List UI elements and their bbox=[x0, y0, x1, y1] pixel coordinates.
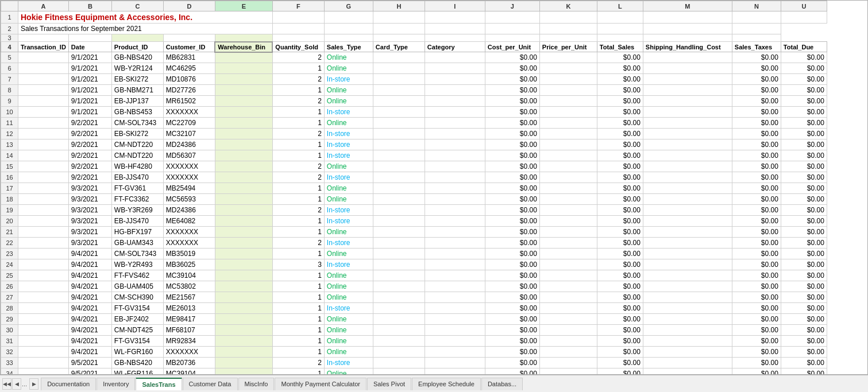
cell-total-due[interactable]: $0.00 bbox=[781, 281, 827, 292]
cell-price-per-unit[interactable] bbox=[539, 227, 597, 238]
cell-customer-id[interactable]: XXXXXXX bbox=[163, 227, 215, 238]
tab-nav-next[interactable]: ▶ bbox=[29, 378, 38, 390]
cell-price-per-unit[interactable] bbox=[539, 238, 597, 249]
cell-cost-per-unit[interactable]: $0.00 bbox=[485, 270, 539, 281]
cell-customer-id[interactable]: MB62831 bbox=[163, 52, 215, 63]
cell-sales-taxes[interactable]: $0.00 bbox=[732, 325, 781, 336]
cell-date[interactable]: 9/5/2021 bbox=[68, 368, 111, 375]
cell-total-sales[interactable]: $0.00 bbox=[597, 314, 643, 325]
cell-product-id[interactable]: EB-JJP137 bbox=[111, 96, 163, 107]
cell-sales-type[interactable]: Online bbox=[324, 85, 373, 96]
cell-sales-taxes[interactable]: $0.00 bbox=[732, 292, 781, 303]
table-row[interactable]: 269/4/2021GB-UAM405MC538021Online$0.00$0… bbox=[1, 281, 827, 292]
cell-date[interactable]: 9/4/2021 bbox=[68, 325, 111, 336]
cell-price-per-unit[interactable] bbox=[539, 129, 597, 139]
cell-transaction-id[interactable] bbox=[18, 129, 69, 139]
cell-customer-id[interactable]: MD56307 bbox=[163, 150, 215, 161]
cell-transaction-id[interactable] bbox=[18, 281, 69, 292]
cell-total-due[interactable]: $0.00 bbox=[781, 249, 827, 259]
cell-date[interactable]: 9/4/2021 bbox=[68, 259, 111, 270]
cell-price-per-unit[interactable] bbox=[539, 368, 597, 375]
cell-category[interactable] bbox=[425, 227, 485, 238]
cell-quantity-sold[interactable]: 1 bbox=[272, 314, 324, 325]
cell-sales-type[interactable]: Online bbox=[324, 227, 373, 238]
cell-date[interactable]: 9/3/2021 bbox=[68, 216, 111, 227]
cell-shipping[interactable] bbox=[643, 281, 732, 292]
cell-sales-taxes[interactable]: $0.00 bbox=[732, 368, 781, 375]
cell-warehouse-bin[interactable] bbox=[215, 139, 272, 150]
cell-price-per-unit[interactable] bbox=[539, 205, 597, 216]
cell-card-type[interactable] bbox=[373, 205, 425, 216]
cell-price-per-unit[interactable] bbox=[539, 52, 597, 63]
table-row[interactable]: 99/1/2021EB-JJP137MR615022Online$0.00$0.… bbox=[1, 96, 827, 107]
cell-sales-type[interactable]: Online bbox=[324, 118, 373, 129]
col-header-i[interactable]: I bbox=[425, 1, 485, 11]
cell-sales-taxes[interactable]: $0.00 bbox=[732, 74, 781, 85]
cell-total-sales[interactable]: $0.00 bbox=[597, 96, 643, 107]
cell-transaction-id[interactable] bbox=[18, 292, 69, 303]
cell-total-sales[interactable]: $0.00 bbox=[597, 216, 643, 227]
cell-price-per-unit[interactable] bbox=[539, 183, 597, 194]
cell-warehouse-bin[interactable] bbox=[215, 303, 272, 314]
cell-quantity-sold[interactable]: 1 bbox=[272, 63, 324, 74]
cell-total-sales[interactable]: $0.00 bbox=[597, 63, 643, 74]
cell-transaction-id[interactable] bbox=[18, 161, 69, 172]
cell-product-id[interactable]: HG-BFX197 bbox=[111, 227, 163, 238]
cell-sales-taxes[interactable]: $0.00 bbox=[732, 150, 781, 161]
cell-shipping[interactable] bbox=[643, 52, 732, 63]
col-header-h[interactable]: H bbox=[373, 1, 425, 11]
cell-sales-taxes[interactable]: $0.00 bbox=[732, 249, 781, 259]
table-row[interactable]: 199/3/2021WB-Y3R269MD243862In-store$0.00… bbox=[1, 205, 827, 216]
cell-total-due[interactable]: $0.00 bbox=[781, 172, 827, 183]
cell-total-due[interactable]: $0.00 bbox=[781, 216, 827, 227]
cell-card-type[interactable] bbox=[373, 172, 425, 183]
cell-sales-taxes[interactable]: $0.00 bbox=[732, 358, 781, 368]
cell-date[interactable]: 9/4/2021 bbox=[68, 336, 111, 347]
cell-sales-taxes[interactable]: $0.00 bbox=[732, 139, 781, 150]
cell-total-sales[interactable]: $0.00 bbox=[597, 270, 643, 281]
cell-product-id[interactable]: GB-UAM343 bbox=[111, 238, 163, 249]
cell-customer-id[interactable]: MC32107 bbox=[163, 129, 215, 139]
cell-total-due[interactable]: $0.00 bbox=[781, 325, 827, 336]
cell-sales-taxes[interactable]: $0.00 bbox=[732, 107, 781, 118]
cell-total-due[interactable]: $0.00 bbox=[781, 161, 827, 172]
cell-shipping[interactable] bbox=[643, 129, 732, 139]
cell-sales-taxes[interactable]: $0.00 bbox=[732, 281, 781, 292]
cell-sales-taxes[interactable]: $0.00 bbox=[732, 129, 781, 139]
col-header-u[interactable]: U bbox=[781, 1, 827, 11]
cell-sales-type[interactable]: Online bbox=[324, 325, 373, 336]
cell-category[interactable] bbox=[425, 194, 485, 205]
table-row[interactable]: 349/5/2021WL-FGR116MC391041Online$0.00$0… bbox=[1, 368, 827, 375]
cell-shipping[interactable] bbox=[643, 358, 732, 368]
cell-warehouse-bin[interactable] bbox=[215, 216, 272, 227]
cell-product-id[interactable]: GB-NBM271 bbox=[111, 85, 163, 96]
cell-warehouse-bin[interactable] bbox=[215, 314, 272, 325]
cell-warehouse-bin[interactable] bbox=[215, 150, 272, 161]
cell-product-id[interactable]: WL-FGR116 bbox=[111, 368, 163, 375]
cell-transaction-id[interactable] bbox=[18, 194, 69, 205]
cell-product-id[interactable]: EB-JJS470 bbox=[111, 216, 163, 227]
cell-sales-type[interactable]: In-store bbox=[324, 259, 373, 270]
cell-quantity-sold[interactable]: 2 bbox=[272, 172, 324, 183]
cell-card-type[interactable] bbox=[373, 96, 425, 107]
cell-cost-per-unit[interactable]: $0.00 bbox=[485, 314, 539, 325]
cell-card-type[interactable] bbox=[373, 303, 425, 314]
table-row[interactable]: 129/2/2021EB-SKI272MC321072In-store$0.00… bbox=[1, 129, 827, 139]
cell-quantity-sold[interactable]: 2 bbox=[272, 205, 324, 216]
cell-total-sales[interactable]: $0.00 bbox=[597, 347, 643, 358]
cell-category[interactable] bbox=[425, 96, 485, 107]
cell-sales-type[interactable]: Online bbox=[324, 368, 373, 375]
cell-date[interactable]: 9/5/2021 bbox=[68, 358, 111, 368]
cell-sales-taxes[interactable]: $0.00 bbox=[732, 238, 781, 249]
cell-product-id[interactable]: WB-Y2R124 bbox=[111, 63, 163, 74]
cell-category[interactable] bbox=[425, 292, 485, 303]
cell-quantity-sold[interactable]: 2 bbox=[272, 358, 324, 368]
table-row[interactable]: 69/1/2021WB-Y2R124MC462951Online$0.00$0.… bbox=[1, 63, 827, 74]
cell-date[interactable]: 9/3/2021 bbox=[68, 227, 111, 238]
cell-price-per-unit[interactable] bbox=[539, 270, 597, 281]
table-row[interactable]: 109/1/2021GB-NBS453XXXXXXX1In-store$0.00… bbox=[1, 107, 827, 118]
table-row[interactable]: 249/4/2021WB-Y2R493MB360253In-store$0.00… bbox=[1, 259, 827, 270]
cell-cost-per-unit[interactable]: $0.00 bbox=[485, 303, 539, 314]
cell-shipping[interactable] bbox=[643, 303, 732, 314]
cell-sales-type[interactable]: In-store bbox=[324, 172, 373, 183]
